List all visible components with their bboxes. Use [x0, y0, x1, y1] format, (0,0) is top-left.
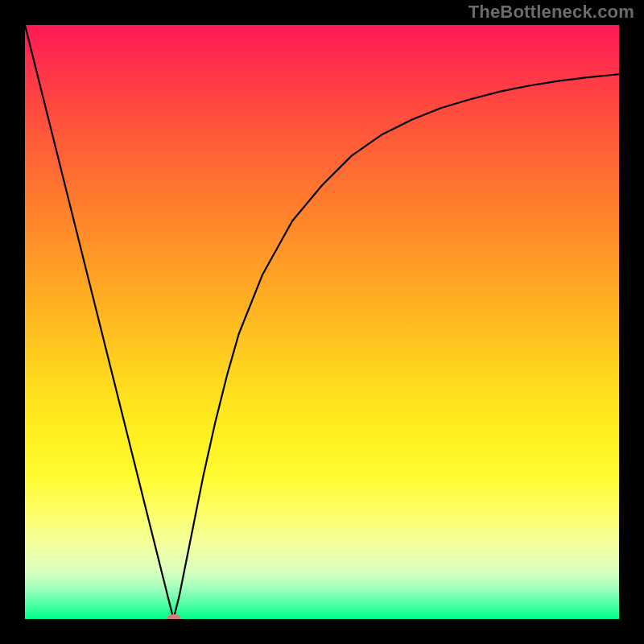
bottleneck-curve — [25, 25, 619, 619]
minimum-marker — [167, 614, 181, 619]
chart-frame: TheBottleneck.com — [0, 0, 644, 644]
plot-area — [25, 25, 619, 619]
watermark-text: TheBottleneck.com — [469, 2, 634, 23]
